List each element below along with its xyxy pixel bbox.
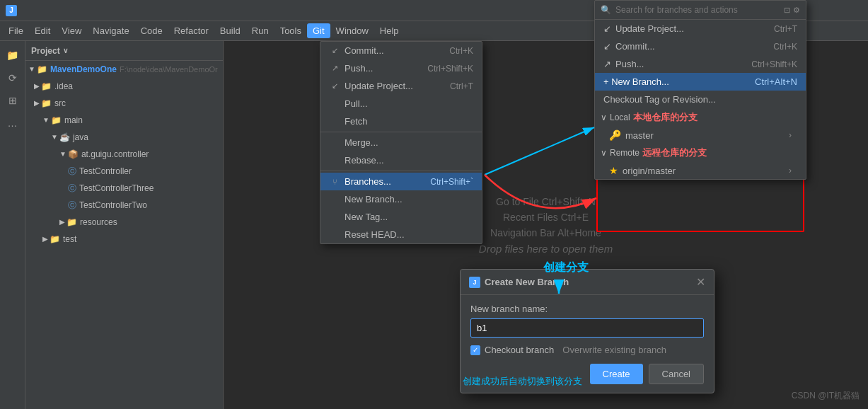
update-icon: ↙ bbox=[603, 23, 611, 34]
git-menu-fetch[interactable]: Fetch bbox=[320, 113, 482, 130]
tree-class-label: TestControllerThree bbox=[79, 181, 154, 195]
menu-refactor[interactable]: Refactor bbox=[168, 23, 214, 38]
menu-run[interactable]: Run bbox=[246, 23, 274, 38]
dialog-buttons: Create Cancel bbox=[470, 364, 704, 384]
editor-hints: Go to File Ctrl+Shift+N Recent Files Ctr… bbox=[479, 192, 613, 259]
local-annotation-text: 本地仓库的分支 bbox=[633, 111, 698, 124]
class-icon: ⓒ bbox=[68, 198, 76, 212]
overwrite-label: Overwrite existing branch bbox=[562, 345, 666, 355]
toolbar-more-icon[interactable]: … bbox=[4, 115, 21, 132]
commit-icon: ↙ bbox=[329, 46, 340, 55]
checkout-checkbox[interactable]: ✓ bbox=[470, 345, 480, 355]
git-menu-pull[interactable]: Pull... bbox=[320, 95, 482, 113]
menu-git[interactable]: Git bbox=[307, 23, 330, 38]
tree-main[interactable]: ▼ 📁 main bbox=[25, 112, 223, 129]
menu-separator-1 bbox=[320, 132, 482, 132]
branch-name-label: New branch name: bbox=[470, 304, 704, 314]
watermark: CSDN @IT机器猫 bbox=[792, 390, 860, 402]
git-menu-commit[interactable]: ↙ Commit... Ctrl+K bbox=[320, 42, 482, 59]
menu-view[interactable]: View bbox=[56, 23, 87, 38]
git-menu-new-branch[interactable]: New Branch... bbox=[320, 190, 482, 208]
branch-master-local[interactable]: 🔑 master › bbox=[595, 127, 806, 144]
dialog-options-row: ✓ Checkout branch Overwrite existing bra… bbox=[470, 345, 704, 355]
branch-arrow-icon: › bbox=[789, 130, 792, 140]
tree-root[interactable]: ▼ 📁 MavenDemoOne F:\node\idea\MavenDemoO… bbox=[25, 61, 223, 78]
tree-idea[interactable]: ▶ 📁 .idea bbox=[25, 78, 223, 95]
tree-test-controller[interactable]: ⓒ TestController bbox=[25, 163, 223, 180]
tree-root-label: MavenDemoOne bbox=[50, 62, 117, 76]
local-section-header: ∨ Local 本地仓库的分支 bbox=[595, 108, 806, 127]
menu-navigate[interactable]: Navigate bbox=[87, 23, 134, 38]
dialog-close-button[interactable]: ✕ bbox=[696, 275, 705, 289]
origin-master-label: origin/master bbox=[623, 166, 676, 176]
remote-section-header: ∨ Remote 远程仓库的分支 bbox=[595, 144, 806, 162]
tree-expand-icon: ▼ bbox=[28, 62, 35, 76]
git-dropdown-menu: ↙ Commit... Ctrl+K ↗ Push... Ctrl+Shift+… bbox=[320, 41, 482, 244]
tree-test[interactable]: ▶ 📁 test bbox=[25, 231, 223, 248]
tree-expand-icon: ▼ bbox=[42, 113, 50, 127]
app-icon: J bbox=[6, 5, 17, 16]
push-icon: ↗ bbox=[329, 64, 340, 73]
folder-icon: 📁 bbox=[50, 232, 60, 246]
folder-icon: 📁 bbox=[37, 62, 47, 76]
tree-java[interactable]: ▼ ☕ java bbox=[25, 129, 223, 146]
menu-tools[interactable]: Tools bbox=[274, 23, 307, 38]
menu-help[interactable]: Help bbox=[374, 23, 405, 38]
project-header: Project ∨ bbox=[25, 41, 223, 61]
git-menu-merge[interactable]: Merge... bbox=[320, 134, 482, 151]
cancel-button[interactable]: Cancel bbox=[649, 364, 704, 384]
git-menu-update[interactable]: ↙ Update Project... Ctrl+T bbox=[320, 77, 482, 95]
menu-build[interactable]: Build bbox=[214, 23, 246, 38]
new-branch-button[interactable]: + New Branch... Ctrl+Alt+N bbox=[595, 73, 806, 91]
tree-resources[interactable]: ▶ 📁 resources bbox=[25, 214, 223, 231]
tree-main-label: main bbox=[64, 113, 83, 127]
remote-label: Remote bbox=[610, 148, 640, 158]
git-menu-new-tag[interactable]: New Tag... bbox=[320, 208, 482, 226]
toolbar-folder-icon[interactable]: 📁 bbox=[4, 47, 21, 64]
git-menu-push[interactable]: ↗ Push... Ctrl+Shift+K bbox=[320, 59, 482, 77]
push-icon: ↗ bbox=[603, 59, 611, 69]
git-menu-reset-head[interactable]: Reset HEAD... bbox=[320, 226, 482, 243]
menu-separator-2 bbox=[320, 171, 482, 171]
class-icon: ⓒ bbox=[68, 181, 76, 195]
menu-file[interactable]: File bbox=[3, 23, 29, 38]
folder-icon: 📁 bbox=[66, 215, 77, 229]
menu-code[interactable]: Code bbox=[135, 23, 168, 38]
tree-expand-icon: ▶ bbox=[34, 79, 40, 93]
branch-commit[interactable]: ↙ Commit... Ctrl+K bbox=[595, 38, 806, 55]
hint-recent: Recent Files Ctrl+E bbox=[479, 212, 613, 223]
toolbar-vcs-icon[interactable]: ⟳ bbox=[4, 69, 21, 86]
dialog-icon: J bbox=[469, 277, 480, 288]
create-button[interactable]: Create bbox=[590, 364, 643, 384]
checkout-tag-revision[interactable]: Checkout Tag or Revision... bbox=[595, 91, 806, 108]
branches-search-input[interactable] bbox=[615, 5, 780, 15]
tree-expand-icon: ▶ bbox=[34, 96, 40, 110]
git-menu-branches[interactable]: ⑂ Branches... Ctrl+Shift+` bbox=[320, 173, 482, 190]
branch-name-input[interactable] bbox=[470, 318, 704, 338]
update-icon: ↙ bbox=[329, 81, 340, 91]
tree-root-path: F:\node\idea\MavenDemoOr bbox=[120, 62, 218, 76]
checkout-branch-option[interactable]: ✓ Checkout branch bbox=[470, 345, 554, 355]
branches-icon: ⑂ bbox=[329, 178, 340, 186]
package-icon: 📦 bbox=[68, 147, 79, 161]
branch-push[interactable]: ↗ Push... Ctrl+Shift+K bbox=[595, 55, 806, 73]
tree-controller-pkg[interactable]: ▼ 📦 at.guigu.controller bbox=[25, 146, 223, 163]
tree-test-controller-two[interactable]: ⓒ TestControllerTwo bbox=[25, 197, 223, 214]
tree-test-controller-three[interactable]: ⓒ TestControllerThree bbox=[25, 180, 223, 197]
expand-chevron-icon: ∨ bbox=[601, 148, 607, 158]
tree-java-label: java bbox=[73, 130, 88, 144]
menu-edit[interactable]: Edit bbox=[29, 23, 56, 38]
tree-src[interactable]: ▶ 📁 src bbox=[25, 95, 223, 112]
branch-origin-master[interactable]: ★ origin/master › bbox=[595, 162, 806, 179]
toolbar-structure-icon[interactable]: ⊞ bbox=[4, 92, 21, 109]
branch-list-icon: ⊡ bbox=[784, 6, 790, 15]
menu-window[interactable]: Window bbox=[330, 23, 374, 38]
branch-update-project[interactable]: ↙ Update Project... Ctrl+T bbox=[595, 20, 806, 38]
search-icon: 🔍 bbox=[601, 5, 611, 15]
hint-drop: Drop files here to open them bbox=[479, 243, 613, 255]
tree-expand-icon: ▼ bbox=[51, 130, 58, 144]
ide-window: J File Edit View Navigate Code Refactor … bbox=[0, 0, 868, 409]
git-menu-rebase[interactable]: Rebase... bbox=[320, 151, 482, 169]
origin-star-icon: ★ bbox=[609, 165, 618, 176]
branches-panel: 🔍 ⊡ ⚙ ↙ Update Project... Ctrl+T ↙ Commi… bbox=[594, 0, 806, 180]
